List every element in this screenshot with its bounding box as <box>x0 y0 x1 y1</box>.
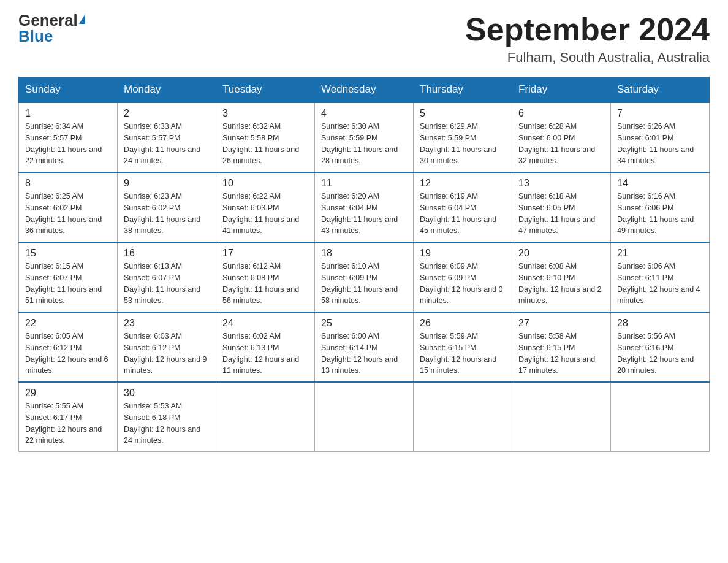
day-number: 26 <box>420 318 506 329</box>
day-number: 18 <box>321 248 407 259</box>
day-info: Sunrise: 6:18 AMSunset: 6:05 PMDaylight:… <box>518 191 604 237</box>
day-number: 7 <box>617 108 703 119</box>
day-number: 15 <box>25 248 111 259</box>
calendar-cell: 2Sunrise: 6:33 AMSunset: 5:57 PMDaylight… <box>118 102 216 172</box>
logo-blue-text: Blue <box>18 28 53 44</box>
day-number: 19 <box>420 248 506 259</box>
day-info: Sunrise: 6:32 AMSunset: 5:58 PMDaylight:… <box>222 121 308 167</box>
logo-triangle-icon <box>79 14 85 24</box>
day-number: 27 <box>518 318 604 329</box>
calendar-cell: 9Sunrise: 6:23 AMSunset: 6:02 PMDaylight… <box>118 172 216 242</box>
weekday-header-saturday: Saturday <box>611 77 710 103</box>
day-number: 2 <box>124 108 210 119</box>
day-number: 16 <box>124 248 210 259</box>
day-number: 13 <box>518 178 604 189</box>
day-info: Sunrise: 6:23 AMSunset: 6:02 PMDaylight:… <box>124 191 210 237</box>
day-info: Sunrise: 6:02 AMSunset: 6:13 PMDaylight:… <box>222 331 308 377</box>
weekday-header-tuesday: Tuesday <box>216 77 315 103</box>
calendar-cell: 4Sunrise: 6:30 AMSunset: 5:59 PMDaylight… <box>315 102 414 172</box>
day-number: 9 <box>124 178 210 189</box>
day-info: Sunrise: 6:34 AMSunset: 5:57 PMDaylight:… <box>25 121 111 167</box>
calendar-cell: 27Sunrise: 5:58 AMSunset: 6:15 PMDayligh… <box>512 312 611 382</box>
day-info: Sunrise: 5:59 AMSunset: 6:15 PMDaylight:… <box>420 331 506 377</box>
calendar-cell: 1Sunrise: 6:34 AMSunset: 5:57 PMDaylight… <box>19 102 118 172</box>
day-info: Sunrise: 5:53 AMSunset: 6:18 PMDaylight:… <box>124 400 210 446</box>
logo: General Blue <box>18 12 85 44</box>
week-row-5: 29Sunrise: 5:55 AMSunset: 6:17 PMDayligh… <box>19 382 710 452</box>
week-row-3: 15Sunrise: 6:15 AMSunset: 6:07 PMDayligh… <box>19 242 710 312</box>
day-number: 1 <box>25 108 111 119</box>
day-info: Sunrise: 6:13 AMSunset: 6:07 PMDaylight:… <box>124 261 210 307</box>
day-info: Sunrise: 6:03 AMSunset: 6:12 PMDaylight:… <box>124 331 210 377</box>
calendar-cell: 13Sunrise: 6:18 AMSunset: 6:05 PMDayligh… <box>512 172 611 242</box>
weekday-header-wednesday: Wednesday <box>315 77 414 103</box>
calendar-cell: 17Sunrise: 6:12 AMSunset: 6:08 PMDayligh… <box>216 242 315 312</box>
day-info: Sunrise: 6:05 AMSunset: 6:12 PMDaylight:… <box>25 331 111 377</box>
calendar-cell: 15Sunrise: 6:15 AMSunset: 6:07 PMDayligh… <box>19 242 118 312</box>
calendar-cell: 3Sunrise: 6:32 AMSunset: 5:58 PMDaylight… <box>216 102 315 172</box>
day-number: 4 <box>321 108 407 119</box>
title-area: September 2024 Fulham, South Australia, … <box>465 12 710 66</box>
day-info: Sunrise: 6:33 AMSunset: 5:57 PMDaylight:… <box>124 121 210 167</box>
calendar-cell: 7Sunrise: 6:26 AMSunset: 6:01 PMDaylight… <box>611 102 710 172</box>
calendar-cell <box>216 382 315 452</box>
day-number: 20 <box>518 248 604 259</box>
day-number: 6 <box>518 108 604 119</box>
calendar-cell: 8Sunrise: 6:25 AMSunset: 6:02 PMDaylight… <box>19 172 118 242</box>
day-number: 23 <box>124 318 210 329</box>
day-info: Sunrise: 6:00 AMSunset: 6:14 PMDaylight:… <box>321 331 407 377</box>
day-number: 29 <box>25 388 111 399</box>
calendar-cell: 14Sunrise: 6:16 AMSunset: 6:06 PMDayligh… <box>611 172 710 242</box>
day-number: 12 <box>420 178 506 189</box>
day-info: Sunrise: 5:56 AMSunset: 6:16 PMDaylight:… <box>617 331 703 377</box>
calendar-cell <box>414 382 512 452</box>
calendar-cell <box>315 382 414 452</box>
calendar-cell: 25Sunrise: 6:00 AMSunset: 6:14 PMDayligh… <box>315 312 414 382</box>
calendar-cell: 23Sunrise: 6:03 AMSunset: 6:12 PMDayligh… <box>118 312 216 382</box>
weekday-header-friday: Friday <box>512 77 611 103</box>
calendar-cell: 26Sunrise: 5:59 AMSunset: 6:15 PMDayligh… <box>414 312 512 382</box>
day-info: Sunrise: 6:19 AMSunset: 6:04 PMDaylight:… <box>420 191 506 237</box>
calendar-cell: 5Sunrise: 6:29 AMSunset: 5:59 PMDaylight… <box>414 102 512 172</box>
calendar-cell <box>611 382 710 452</box>
logo-general-text: General <box>18 12 78 28</box>
calendar-cell: 22Sunrise: 6:05 AMSunset: 6:12 PMDayligh… <box>19 312 118 382</box>
calendar-cell: 24Sunrise: 6:02 AMSunset: 6:13 PMDayligh… <box>216 312 315 382</box>
day-number: 10 <box>222 178 308 189</box>
day-number: 22 <box>25 318 111 329</box>
calendar-cell: 18Sunrise: 6:10 AMSunset: 6:09 PMDayligh… <box>315 242 414 312</box>
day-number: 21 <box>617 248 703 259</box>
calendar-cell: 6Sunrise: 6:28 AMSunset: 6:00 PMDaylight… <box>512 102 611 172</box>
weekday-header-thursday: Thursday <box>414 77 512 103</box>
calendar-cell: 28Sunrise: 5:56 AMSunset: 6:16 PMDayligh… <box>611 312 710 382</box>
day-number: 3 <box>222 108 308 119</box>
day-number: 28 <box>617 318 703 329</box>
day-number: 30 <box>124 388 210 399</box>
calendar-cell: 10Sunrise: 6:22 AMSunset: 6:03 PMDayligh… <box>216 172 315 242</box>
day-info: Sunrise: 6:06 AMSunset: 6:11 PMDaylight:… <box>617 261 703 307</box>
day-number: 11 <box>321 178 407 189</box>
week-row-4: 22Sunrise: 6:05 AMSunset: 6:12 PMDayligh… <box>19 312 710 382</box>
calendar-cell: 19Sunrise: 6:09 AMSunset: 6:09 PMDayligh… <box>414 242 512 312</box>
calendar-cell: 29Sunrise: 5:55 AMSunset: 6:17 PMDayligh… <box>19 382 118 452</box>
calendar-cell: 20Sunrise: 6:08 AMSunset: 6:10 PMDayligh… <box>512 242 611 312</box>
day-info: Sunrise: 6:09 AMSunset: 6:09 PMDaylight:… <box>420 261 506 307</box>
calendar-cell: 12Sunrise: 6:19 AMSunset: 6:04 PMDayligh… <box>414 172 512 242</box>
week-row-2: 8Sunrise: 6:25 AMSunset: 6:02 PMDaylight… <box>19 172 710 242</box>
day-info: Sunrise: 6:26 AMSunset: 6:01 PMDaylight:… <box>617 121 703 167</box>
day-info: Sunrise: 6:25 AMSunset: 6:02 PMDaylight:… <box>25 191 111 237</box>
weekday-header-monday: Monday <box>118 77 216 103</box>
calendar-cell: 21Sunrise: 6:06 AMSunset: 6:11 PMDayligh… <box>611 242 710 312</box>
weekday-header-row: SundayMondayTuesdayWednesdayThursdayFrid… <box>19 77 710 103</box>
location-title: Fulham, South Australia, Australia <box>465 50 710 66</box>
day-info: Sunrise: 6:12 AMSunset: 6:08 PMDaylight:… <box>222 261 308 307</box>
day-info: Sunrise: 6:16 AMSunset: 6:06 PMDaylight:… <box>617 191 703 237</box>
day-info: Sunrise: 6:15 AMSunset: 6:07 PMDaylight:… <box>25 261 111 307</box>
day-info: Sunrise: 6:30 AMSunset: 5:59 PMDaylight:… <box>321 121 407 167</box>
calendar-cell: 16Sunrise: 6:13 AMSunset: 6:07 PMDayligh… <box>118 242 216 312</box>
day-number: 17 <box>222 248 308 259</box>
day-info: Sunrise: 6:20 AMSunset: 6:04 PMDaylight:… <box>321 191 407 237</box>
day-info: Sunrise: 6:08 AMSunset: 6:10 PMDaylight:… <box>518 261 604 307</box>
calendar-cell: 30Sunrise: 5:53 AMSunset: 6:18 PMDayligh… <box>118 382 216 452</box>
week-row-1: 1Sunrise: 6:34 AMSunset: 5:57 PMDaylight… <box>19 102 710 172</box>
